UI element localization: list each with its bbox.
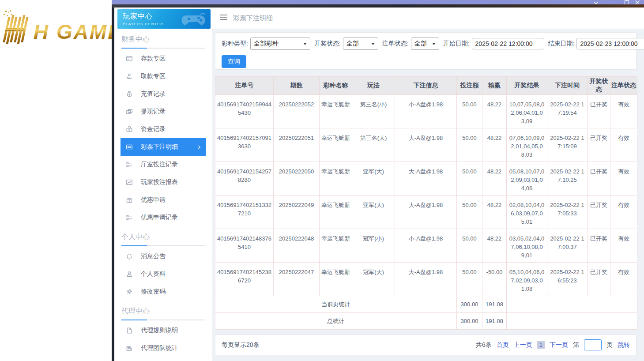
cell: 亚军(大): [352, 196, 395, 229]
cell: 大-A盘@1.98: [395, 162, 457, 196]
jump-prefix-label: 第: [573, 341, 579, 349]
bell-icon: [126, 253, 133, 260]
query-button[interactable]: 查询: [222, 55, 246, 68]
start-date-input[interactable]: [472, 38, 544, 49]
sidebar-item-label: 彩票下注明细: [141, 143, 178, 151]
filter-panel: 彩种类型: 全部彩种 开奖状态: 全部 注单状态: 全部 开始日期: 结束日期:…: [215, 32, 636, 70]
sidebar-item[interactable]: 代理团队统计: [121, 339, 206, 357]
cell: 亚军(大): [352, 162, 395, 196]
table-row: 40156917402151332721020250222049幸运飞艇新亚军(…: [215, 196, 637, 229]
cell: 有效: [610, 263, 637, 296]
cell: 2025-02-22 17:19:54: [547, 95, 588, 128]
sidebar-item[interactable]: 代理规则说明: [121, 322, 206, 339]
hand-coin-icon: [126, 73, 133, 80]
cell: 大-A盘@1.98: [395, 196, 457, 229]
pagination-bar: 每页显示20条 共6条 首页 上一页 1 下一页 第 页 跳转: [215, 335, 636, 355]
brand-text: H GAME: [34, 20, 112, 43]
end-date-input[interactable]: [576, 38, 644, 49]
table-body: 40156917402159944543020250222052幸运飞艇新第三名…: [215, 95, 637, 330]
order-status-select[interactable]: 全部: [411, 38, 439, 50]
caret-down-icon[interactable]: [594, 0, 599, 4]
section-divider: [121, 245, 205, 246]
total-count-label: 共6条: [476, 341, 492, 349]
summary-empty: [507, 313, 637, 330]
sidebar-item-label: 厅室投注记录: [141, 161, 178, 169]
sidebar-item-label: 存款专区: [141, 55, 166, 63]
maximize-icon[interactable]: [624, 0, 629, 4]
hamburger-icon[interactable]: [220, 14, 228, 22]
cell: 02,08,10,04,06,03,09,07,05,01: [507, 196, 547, 229]
window-top-edge: [112, 4, 644, 8]
sidebar-item[interactable]: 充值记录: [121, 85, 206, 103]
cell: 幸运飞艇新: [320, 128, 352, 162]
cell: 2025-02-22 17:15:09: [547, 128, 588, 162]
column-header: 彩种名称: [320, 77, 352, 95]
sidebar-item[interactable]: 修改密码: [121, 283, 206, 301]
cell: 已开奖: [588, 162, 610, 196]
sidebar-item[interactable]: 彩票下注明细: [121, 138, 206, 156]
sidebar-item-label: 提现记录: [141, 108, 166, 116]
sidebar-item[interactable]: 优惠申请: [121, 191, 206, 209]
next-page-link[interactable]: 下一页: [550, 341, 568, 349]
table-row: 40156917402159944543020250222052幸运飞艇新第三名…: [215, 95, 637, 128]
cell: 有效: [610, 95, 637, 128]
bet-table-wrap: 注单号期数彩种名称玩法下注信息投注额输赢开奖结果下注时间开奖状态注单状态 401…: [215, 76, 636, 330]
sidebar-section: 代理中心代理规则说明代理团队统计: [114, 307, 212, 357]
sidebar-item[interactable]: 存款专区: [121, 50, 206, 68]
sidebar-item-label: 取款专区: [141, 72, 166, 80]
page-header: 彩票下注明细: [212, 8, 644, 29]
logo-dots: [4, 10, 12, 16]
cell: 05,10,04,06,07,02,09,03,01,08: [507, 263, 547, 296]
sidebar-item[interactable]: 厅室投注记录: [121, 156, 206, 173]
page-jump-input[interactable]: [584, 339, 602, 350]
cell: 有效: [610, 229, 637, 263]
cell: 50.00: [457, 196, 482, 229]
cell: 50.00: [457, 128, 482, 162]
cell: 已开奖: [588, 196, 610, 229]
cell: 已开奖: [588, 263, 610, 296]
table-row: 40156917402157091363020250222051幸运飞艇新第三名…: [215, 128, 637, 162]
summary-label: 总统计: [215, 313, 457, 330]
sidebar-item[interactable]: 取款专区: [121, 68, 206, 85]
sidebar-item[interactable]: 优惠申请记录: [121, 209, 206, 226]
column-header: 下注时间: [547, 77, 588, 95]
summary-winloss-total: 191.08: [482, 313, 507, 330]
cell: 冠军(大): [352, 263, 395, 296]
jump-suffix-label: 页: [606, 341, 613, 349]
gamepad-icon: [180, 11, 207, 28]
column-header: 注单状态: [610, 77, 637, 95]
cell: 有效: [610, 196, 637, 229]
cell: -50.00: [482, 263, 507, 296]
cell: 2025-02-22 17:10:25: [547, 162, 588, 196]
lottery-type-select[interactable]: 全部彩种: [250, 38, 310, 50]
cell: 48.22: [482, 128, 507, 162]
cell: 第三名(大): [352, 128, 395, 162]
summary-label: 当前页统计: [215, 296, 457, 313]
sidebar-item[interactable]: 消息公告: [121, 248, 206, 265]
sidebar-item-label: 充值记录: [141, 90, 166, 98]
cell: 大-A盘@1.98: [395, 263, 457, 296]
summary-row: 当前页统计300.00191.08: [215, 296, 637, 313]
cell: 冠军(小): [352, 229, 395, 263]
current-page-badge[interactable]: 1: [537, 341, 545, 349]
left-pane: H GAME: [0, 0, 112, 361]
sidebar-item[interactable]: 提现记录: [121, 103, 206, 120]
cell: 10,07,05,08,02,06,04,01,03,09: [507, 95, 547, 128]
close-icon[interactable]: [635, 0, 640, 4]
lottery-type-value: 全部彩种: [254, 40, 279, 48]
sidebar-item-label: 个人资料: [141, 270, 166, 278]
gift-icon: [126, 196, 133, 203]
jump-go-link[interactable]: 跳转: [618, 341, 630, 349]
column-header: 玩法: [352, 77, 395, 95]
chart-icon: [126, 179, 133, 186]
sidebar-item[interactable]: 玩家投注报表: [121, 173, 206, 191]
page-title: 彩票下注明细: [233, 14, 273, 23]
cell: 20250222049: [274, 196, 320, 229]
first-page-link[interactable]: 首页: [497, 341, 509, 349]
sidebar-item[interactable]: 资金记录: [121, 120, 206, 138]
prev-page-link[interactable]: 上一页: [514, 341, 532, 349]
team-icon: [126, 345, 133, 352]
cell: 大-A盘@1.98: [395, 128, 457, 162]
draw-status-select[interactable]: 全部: [343, 38, 378, 50]
sidebar-item[interactable]: 个人资料: [121, 265, 206, 283]
